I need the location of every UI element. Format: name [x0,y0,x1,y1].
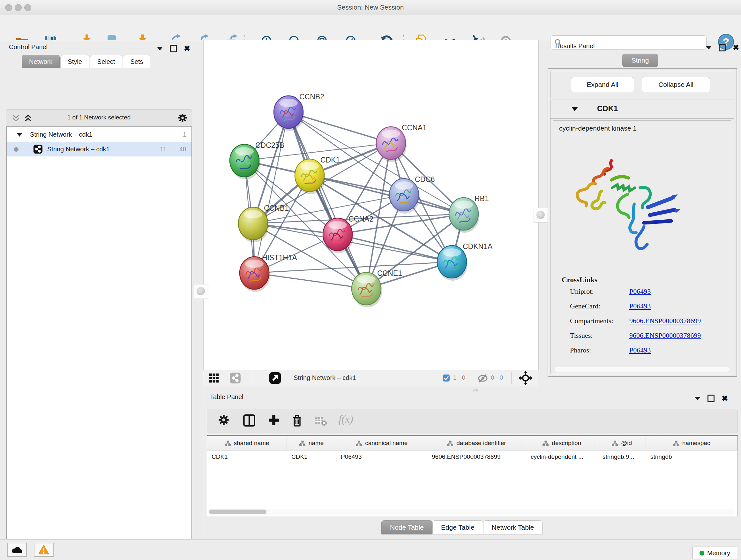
control-panel-header-icons: ✖ [157,45,190,52]
column-header-@id[interactable]: @id [598,436,646,450]
crosslink-link[interactable]: 9606.ENSP00000378699 [629,331,701,340]
protein-structure-image [562,149,693,259]
tab-select[interactable]: Select [90,55,123,68]
node-label-CCNB1: CCNB1 [264,204,289,212]
column-header-database-identifier[interactable]: database identifier [427,436,526,450]
delete-column-icon[interactable] [291,414,303,428]
hidden-eye-slash-icon[interactable] [477,374,488,384]
network-collection-row[interactable]: String Network – cdk1 1 [7,127,192,142]
entry-scrollbar[interactable] [555,367,730,372]
entry-collapse-icon[interactable] [571,107,578,111]
node-CDKN1A[interactable]: CDKN1A [437,242,493,281]
node-HIST1H1A[interactable]: HIST1H1A [240,253,297,292]
scrollbar-thumb[interactable] [209,509,266,514]
network-view-title: String Network – cdk1 [293,374,356,381]
table-cell[interactable]: CDK1 [207,450,287,463]
table-cell[interactable]: 9606.ENSP00000378699 [427,450,526,463]
table-cell[interactable]: cyclin-dependent ... [526,450,598,463]
crosslink-link[interactable]: P06493 [629,346,651,354]
edge-CCNB2-HIST1H1A[interactable] [254,112,288,273]
node-label-CDC25B: CDC25B [255,141,284,149]
tab-style[interactable]: Style [60,55,89,68]
tab-node-table[interactable]: Node Table [381,520,432,535]
edge-CCNB2-CCNE1[interactable] [288,112,366,289]
table-cell[interactable]: stringdb:9... [598,450,646,463]
node-CCNA2[interactable]: CCNA2 [323,215,374,253]
tab-sets[interactable]: Sets [123,55,150,68]
node-CCNB2[interactable]: CCNB2 [274,92,324,131]
crosslink-label: Uniprot: [570,287,594,296]
node-CDC6[interactable]: CDC6 [389,175,435,213]
entry-header[interactable]: CDK1 [550,100,734,119]
node-RB1[interactable]: RB1 [449,194,489,233]
node-CCNB1[interactable]: CCNB1 [239,204,289,242]
panel-close-icon[interactable]: ✖ [733,45,739,51]
panel-float-icon[interactable] [170,45,177,52]
tab-edge-table[interactable]: Edge Table [432,520,483,535]
cloud-button[interactable] [7,543,27,557]
tab-network-table[interactable]: Network Table [483,520,543,535]
network-row[interactable]: String Network – cdk1 11 48 [7,142,192,157]
table-toolbar: f(x) [207,409,738,433]
column-header-canonical-name[interactable]: canonical name [336,436,427,450]
gear-icon[interactable] [178,113,187,124]
network-label: String Network – cdk1 [47,142,110,157]
warning-button[interactable] [34,543,54,557]
string-network-graph[interactable]: CCNB2CCNA1CDC25BCDK1CDC6RB1CCNB1CCNA2CDK… [204,40,538,370]
node-label-CCNA1: CCNA1 [402,124,427,132]
selected-checkbox-icon[interactable] [442,374,450,383]
column-header-name[interactable]: name [287,436,336,450]
add-column-icon[interactable] [268,414,280,428]
node-CCNA1[interactable]: CCNA1 [376,124,427,162]
tree-expand-icon[interactable] [17,133,22,137]
column-header-shared-name[interactable]: shared name [207,436,287,450]
crosshair-icon[interactable] [519,371,533,386]
node-CDK1[interactable]: CDK1 [295,156,340,194]
panel-float-icon[interactable] [708,395,715,402]
node-label-HIST1H1A: HIST1H1A [262,253,297,262]
node-label-RB1: RB1 [475,194,489,203]
collapse-all-button[interactable]: Collapse All [642,77,710,92]
column-header-namespac[interactable]: namespac [646,436,738,450]
left-splitter-handle[interactable] [194,284,208,299]
table-horizontal-scrollbar[interactable] [208,509,736,515]
function-builder-icon: f(x) [339,414,353,425]
external-view-icon[interactable] [269,372,281,385]
panel-menu-icon[interactable] [157,47,163,51]
panel-menu-icon[interactable] [695,397,700,400]
crosslink-link[interactable]: P06493 [629,302,651,310]
control-panel: Control Panel ✖ NetworkStyleSelectSets 1… [0,40,203,539]
panel-close-icon[interactable]: ✖ [722,395,728,401]
grid-view-icon[interactable] [209,373,219,384]
node-CCNE1[interactable]: CCNE1 [352,269,402,307]
panel-float-icon[interactable] [719,44,726,51]
delete-table-icon [314,416,327,428]
entry-detail-box: cyclin-dependent kinase 1 [553,120,731,373]
edge-HIST1H1A-CCNE1[interactable] [254,273,366,289]
edges [245,112,464,289]
birdseye-share-icon[interactable] [229,372,241,385]
table-cell[interactable]: CDK1 [287,450,336,463]
status-bar: Memory [0,539,741,560]
tab-network[interactable]: Network [22,55,60,68]
crosslinks-title: CrossLinks [562,276,597,284]
tab-string[interactable]: String [622,54,658,67]
panel-close-icon[interactable]: ✖ [184,46,190,51]
collection-count: 1 [183,127,186,142]
gear-icon[interactable] [218,414,229,427]
crosslink-link[interactable]: P06493 [629,287,651,296]
warning-icon [38,545,50,555]
network-canvas[interactable]: CCNB2CCNA1CDC25BCDK1CDC6RB1CCNB1CCNA2CDK… [203,40,539,370]
memory-button[interactable]: Memory [692,547,737,559]
show-columns-icon[interactable] [243,414,256,428]
panel-menu-icon[interactable] [706,46,712,50]
table-row[interactable]: CDK1CDK1P064939606.ENSP00000378699cyclin… [207,450,738,463]
node-table[interactable]: shared namenamecanonical namedatabase id… [207,435,738,516]
main-toolbar: ? [0,15,741,40]
column-header-description[interactable]: description [526,436,598,450]
table-cell[interactable]: stringdb [646,450,738,463]
node-label-CCNB2: CCNB2 [299,92,324,101]
crosslink-link[interactable]: 9606.ENSP00000378699 [629,317,701,325]
expand-all-button[interactable]: Expand All [571,77,634,92]
table-cell[interactable]: P06493 [336,450,427,463]
